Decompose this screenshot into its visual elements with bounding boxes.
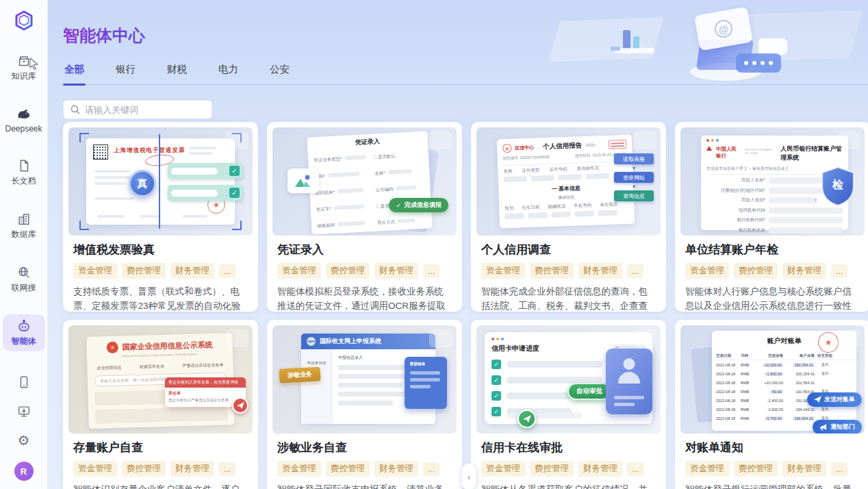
data-report-panel: 数据报表	[405, 357, 447, 409]
download-client-icon[interactable]	[16, 404, 31, 419]
card-description: 智能体从各渠道获取客户的征信情况，并生产黑白名单，自动完成在线审批...	[481, 482, 656, 489]
search-icon	[71, 105, 80, 114]
auto-approve-badge: 自动审批	[567, 383, 611, 400]
agent-card[interactable]: 凭证录入 凭证业务类型* 代码* 组织机构* 凭证字* 做账期间 记账端口 默认…	[267, 122, 462, 312]
mouse-cursor	[29, 58, 40, 70]
sidebar-item-agent[interactable]: 智能体	[3, 314, 45, 351]
tab-power[interactable]: 电力	[217, 63, 240, 84]
mobile-device-icon[interactable]	[16, 375, 31, 390]
tag: 资金管理	[73, 263, 117, 279]
card-description: 支持纸质专票、普票（联式和卷式）、电票、定额发票等23种常见发票的自动化验证与审…	[73, 284, 248, 313]
tab-bank[interactable]: 银行	[114, 63, 137, 84]
agent-card[interactable]: 中国人民银行 THE PEOPLE'S BANK OF CHINA 人民币银行结…	[675, 122, 868, 312]
agent-card[interactable]: ◉ 征信中心 个人信用报告 (明细) 报告编号: 63236726396628 …	[471, 122, 666, 312]
agent-card-grid: 上海增值税电子普通发票 ★ 真	[63, 122, 868, 489]
sidebar-item-long-document[interactable]: 长文档	[3, 154, 45, 191]
agent-card[interactable]: 信用卡申请进度 ✓ ✓ ✓ ✓ 自动审批	[471, 320, 666, 489]
page-title: 智能体中心	[63, 25, 145, 47]
expand-handle[interactable]: ›	[461, 463, 477, 489]
agent-robot-icon	[16, 318, 31, 334]
keyword-search-box	[63, 100, 212, 119]
sidebar-item-label: 长文档	[12, 175, 36, 187]
corner-bracket	[232, 133, 242, 142]
verify-true-badge: 真	[129, 170, 156, 197]
tag: 财务管理	[374, 461, 418, 477]
card-tags: 资金管理 费控管理 财务管理 ...	[481, 263, 656, 279]
sidebar-item-web-search[interactable]: 联网搜	[3, 261, 45, 298]
agent-card[interactable]: ★ 国家企业信用信息公示系统 National Enterprise Credi…	[63, 320, 258, 489]
check-icon: ✓	[229, 188, 240, 198]
avatar-initial: R	[21, 466, 27, 477]
card-thumbnail: ★ 国家企业信用信息公示系统 National Enterprise Credi…	[68, 325, 253, 434]
card-thumbnail: 上海增值税电子普通发票 ★ 真	[68, 127, 253, 236]
tag: 费控管理	[326, 263, 370, 279]
card-tags: 资金管理 费控管理 财务管理 ...	[481, 461, 656, 477]
web-search-icon	[16, 265, 31, 280]
megaphone-icon	[819, 423, 828, 431]
customer-card	[606, 349, 652, 414]
credit-center-logo: ◉	[502, 144, 511, 153]
read-table-button: 读取表格	[614, 153, 654, 164]
card-tags: 资金管理 费控管理 财务管理 ...	[685, 461, 860, 477]
card-title: 凭证录入	[277, 242, 452, 258]
agent-card[interactable]: 上海增值税电子普通发票 ★ 真	[63, 122, 258, 312]
success-badge: ✓完成信息填报	[389, 198, 448, 212]
tag: 资金管理	[481, 263, 525, 279]
person-icon	[624, 358, 635, 370]
tag: 财务管理	[782, 263, 826, 279]
paper-plane-icon	[518, 410, 536, 428]
user-avatar[interactable]: R	[14, 462, 34, 481]
send-statement-button: 发送对账单	[807, 392, 862, 407]
corner-bracket	[79, 133, 89, 142]
card-description: 智能体模拟柜员登录系统，接收业务系统推送的凭证文件，通过调用OCR服务提取图像内…	[277, 284, 452, 313]
agent-card[interactable]: SAFE 国际收支网上申报系统 申报单管理 申报信息录入	[267, 320, 462, 489]
tag: 资金管理	[73, 461, 117, 477]
agent-card[interactable]: 账户对账单 ★ 交易日期币种交易金额账户余额收支类型 2022-08-18RMB…	[675, 320, 868, 489]
card-thumbnail: 中国人民银行 THE PEOPLE'S BANK OF CHINA 人民币银行结…	[680, 127, 865, 236]
chevron-right-icon: ›	[468, 472, 470, 482]
card-title: 增值税发票验真	[73, 242, 248, 258]
tag-more: ...	[219, 264, 235, 278]
search-input[interactable]	[85, 105, 201, 115]
tab-finance-tax[interactable]: 财税	[166, 63, 188, 84]
tab-public-security[interactable]: 公安	[268, 63, 291, 84]
national-emblem-icon: ★	[106, 342, 118, 353]
sidebar-item-label: 联网搜	[12, 282, 36, 294]
sensitive-business-badge: 涉敏业务	[279, 366, 320, 383]
check-icon: ✓	[229, 166, 240, 176]
card-tags: 资金管理 费控管理 财务管理 ...	[73, 461, 248, 477]
alert-tooltip: 查企业被列入异常名单，点击查看详情 异名单 查企业被列入严重违法失信企业名单	[165, 377, 246, 407]
category-tabs: 全部 银行 财税 电力 公安	[63, 63, 868, 85]
card-description: 智能体对人行账户信息与核心系统账户信息以及企业信用公示系统信息进行一致性比对，完…	[685, 284, 860, 313]
card-tags: 资金管理 费控管理 财务管理 ...	[277, 461, 452, 477]
at-symbol: @	[713, 18, 734, 39]
card-thumbnail: SAFE 国际收支网上申报系统 申报单管理 申报信息录入	[272, 325, 457, 434]
tag-more: ...	[831, 462, 847, 476]
login-site-button: 登录网站	[614, 172, 654, 183]
sidebar-item-database[interactable]: 数据库	[3, 208, 45, 244]
mini-bar-chart-illustration	[611, 25, 659, 55]
check-icon: ✓	[492, 391, 501, 401]
tag: 财务管理	[170, 461, 214, 477]
card-title: 个人信用调查	[481, 242, 656, 258]
card-thumbnail: ◉ 征信中心 个人信用报告 (明细) 报告编号: 63236726396628 …	[476, 127, 661, 236]
check-icon: ✓	[492, 375, 501, 385]
card-title: 涉敏业务自查	[277, 440, 452, 455]
card-illustration: @	[694, 7, 753, 51]
corner-bracket	[79, 221, 89, 230]
tag: 资金管理	[277, 461, 321, 477]
speech-bubble-small	[758, 38, 787, 55]
tab-all[interactable]: 全部	[63, 63, 86, 84]
tag-more: ...	[423, 462, 439, 476]
banner-panel-shape	[725, 10, 863, 62]
settings-gear-icon[interactable]: ⚙	[18, 434, 30, 447]
check-icon: ✓	[492, 360, 501, 369]
card-description: 智能体登录国际收支申报系统、清算业务管理系统自动导出交易数据，根据系统提示核对名…	[277, 482, 452, 489]
tag-more: ...	[219, 462, 235, 476]
sidebar-item-deepseek[interactable]: Deepseek	[3, 103, 45, 138]
card-tags: 资金管理 费控管理 财务管理 ...	[277, 263, 452, 279]
card-thumbnail: 账户对账单 ★ 交易日期币种交易金额账户余额收支类型 2022-08-18RMB…	[680, 325, 865, 434]
tag: 资金管理	[481, 461, 525, 477]
sidebar: 知识库 Deepseek 长文档 数据库 联网搜	[0, 0, 48, 489]
check-shield-badge: 检	[819, 166, 856, 207]
